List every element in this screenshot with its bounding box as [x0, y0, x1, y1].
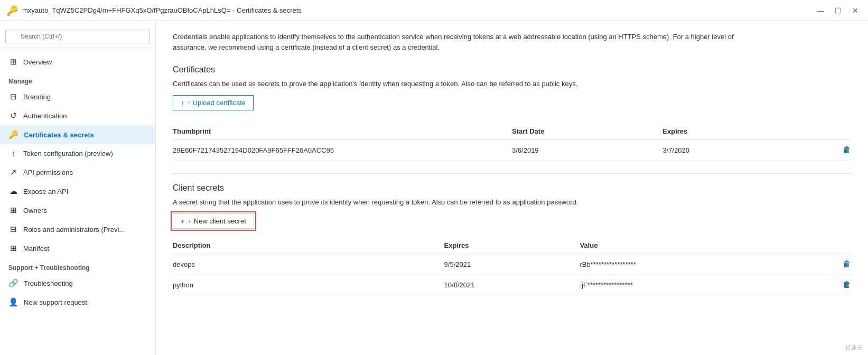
delete-cert-icon[interactable]: 🗑	[843, 145, 851, 154]
overview-icon: ⊞	[8, 57, 18, 67]
table-row: devops 9/5/2021 rBb***************** 🗑	[173, 254, 851, 275]
sidebar-top: 🔍	[0, 21, 155, 52]
troubleshoot-icon: 🔗	[8, 278, 18, 288]
cert-start-date: 3/6/2019	[512, 140, 662, 161]
secret-value: :jF*****************	[580, 275, 817, 295]
sidebar-item-label-cert: Certificates & secrets	[24, 131, 94, 139]
search-wrap: 🔍	[0, 25, 155, 48]
owners-icon: ⊞	[8, 205, 18, 215]
client-secrets-section-desc: A secret string that the application use…	[173, 198, 851, 206]
col-header-desc: Description	[173, 237, 444, 254]
sidebar-item-branding[interactable]: ⊟ Branding	[0, 87, 155, 106]
col-header-expires: Expires	[662, 123, 813, 140]
certificates-table: Thumbprint Start Date Expires 29E60F7217…	[173, 123, 851, 161]
secret-value: rBb*****************	[580, 254, 817, 275]
sidebar-item-label-token: Token configuration (preview)	[23, 150, 113, 157]
sidebar-item-certificates[interactable]: 🔑 Certificates & secrets	[0, 125, 155, 144]
col-header-thumbprint: Thumbprint	[173, 123, 512, 140]
content-area: Credentials enable applications to ident…	[156, 21, 868, 355]
sidebar-item-label-troubleshoot: Troubleshooting	[24, 279, 73, 287]
secret-description: python	[173, 275, 444, 295]
title-bar: 🔑 mxyauto_TqWZ5C2PDg4/m+FHFGXq5xO/fPgzra…	[0, 0, 868, 21]
col-header-startdate: Start Date	[512, 123, 662, 140]
new-client-secret-label: + New client secret	[188, 217, 246, 225]
delete-secret-icon[interactable]: 🗑	[843, 280, 851, 289]
sidebar-item-label-expose: Expose an API	[23, 188, 68, 195]
sidebar-item-authentication[interactable]: ↺ Authentication	[0, 106, 155, 125]
sidebar-item-troubleshooting[interactable]: 🔗 Troubleshooting	[0, 274, 155, 293]
roles-icon: ⊟	[8, 225, 18, 234]
cert-thumbprint: 29E60F721743527194D020FA9F65FFF26A0ACC95	[173, 140, 512, 161]
secret-expires: 10/8/2021	[444, 275, 580, 295]
client-secrets-section-title: Client secrets	[173, 183, 851, 193]
sidebar-item-owners[interactable]: ⊞ Owners	[0, 201, 155, 220]
maximize-button[interactable]: ☐	[832, 5, 845, 16]
sidebar-item-label-overview: Overview	[23, 58, 52, 66]
upload-icon: ↑	[181, 99, 184, 107]
cert-icon: 🔑	[8, 130, 18, 139]
upload-cert-label: ↑ Upload certificate	[188, 99, 246, 107]
new-support-icon: 👤	[8, 297, 18, 307]
expose-api-icon: ☁	[8, 186, 18, 196]
sidebar-item-label-owners: Owners	[23, 207, 47, 214]
secrets-table: Description Expires Value devops 9/5/202…	[173, 237, 851, 295]
certificates-section-desc: Certificates can be used as secrets to p…	[173, 80, 851, 88]
certificates-section-title: Certificates	[173, 65, 851, 74]
sidebar-item-label-roles: Roles and administrators (Previ...	[23, 226, 125, 233]
authentication-icon: ↺	[8, 111, 18, 120]
sidebar-item-new-support[interactable]: 👤 New support request	[0, 293, 155, 312]
window-title: mxyauto_TqWZ5C2PDg4/m+FHFGXq5xO/fPgzrauO…	[22, 6, 302, 14]
col-header-secret-action	[817, 237, 851, 254]
sidebar-item-roles[interactable]: ⊟ Roles and administrators (Previ...	[0, 220, 155, 239]
app-icon: 🔑	[6, 5, 18, 16]
plus-icon: +	[181, 217, 185, 225]
support-section-label: Support + Troubleshooting	[0, 258, 155, 274]
sidebar-item-overview[interactable]: ⊞ Overview	[0, 52, 155, 71]
sidebar-item-label-new-support: New support request	[24, 298, 87, 306]
api-icon: ↗	[8, 167, 18, 177]
table-row: python 10/8/2021 :jF***************** 🗑	[173, 275, 851, 295]
sidebar-item-label-api: API permissions	[23, 169, 73, 176]
section-divider	[173, 173, 851, 174]
cert-expires: 3/7/2020	[662, 140, 813, 161]
sidebar-item-label-auth: Authentication	[23, 112, 67, 120]
manifest-icon: ⊞	[8, 244, 18, 253]
window-controls: — ☐ ✕	[814, 5, 862, 16]
upload-certificate-button[interactable]: ↑ ↑ Upload certificate	[173, 95, 254, 110]
sidebar-item-token[interactable]: ⫶ Token configuration (preview)	[0, 144, 155, 163]
new-secret-btn-wrap: + + New client secret	[173, 213, 851, 229]
token-icon: ⫶	[8, 149, 18, 158]
sidebar-item-label-manifest: Manifest	[23, 245, 49, 253]
branding-icon: ⊟	[8, 92, 18, 101]
search-input[interactable]	[5, 30, 150, 43]
col-header-action	[814, 123, 851, 140]
secret-description: devops	[173, 254, 444, 275]
main-layout: 🔍 ⊞ Overview Manage ⊟ Branding ↺ Authent…	[0, 21, 868, 355]
sidebar-item-expose-api[interactable]: ☁ Expose an API	[0, 182, 155, 201]
col-header-val: Value	[580, 237, 817, 254]
intro-description: Credentials enable applications to ident…	[173, 32, 754, 52]
secret-expires: 9/5/2021	[444, 254, 580, 275]
sidebar: 🔍 ⊞ Overview Manage ⊟ Branding ↺ Authent…	[0, 21, 156, 355]
minimize-button[interactable]: —	[814, 5, 827, 16]
sidebar-item-label-branding: Branding	[23, 93, 51, 101]
table-row: 29E60F721743527194D020FA9F65FFF26A0ACC95…	[173, 140, 851, 161]
close-button[interactable]: ✕	[849, 5, 862, 16]
sidebar-item-api-permissions[interactable]: ↗ API permissions	[0, 163, 155, 182]
col-header-exp: Expires	[444, 237, 580, 254]
manage-section-label: Manage	[0, 71, 155, 87]
sidebar-item-manifest[interactable]: ⊞ Manifest	[0, 239, 155, 258]
new-client-secret-button[interactable]: + + New client secret	[173, 213, 254, 229]
delete-secret-icon[interactable]: 🗑	[843, 259, 851, 268]
